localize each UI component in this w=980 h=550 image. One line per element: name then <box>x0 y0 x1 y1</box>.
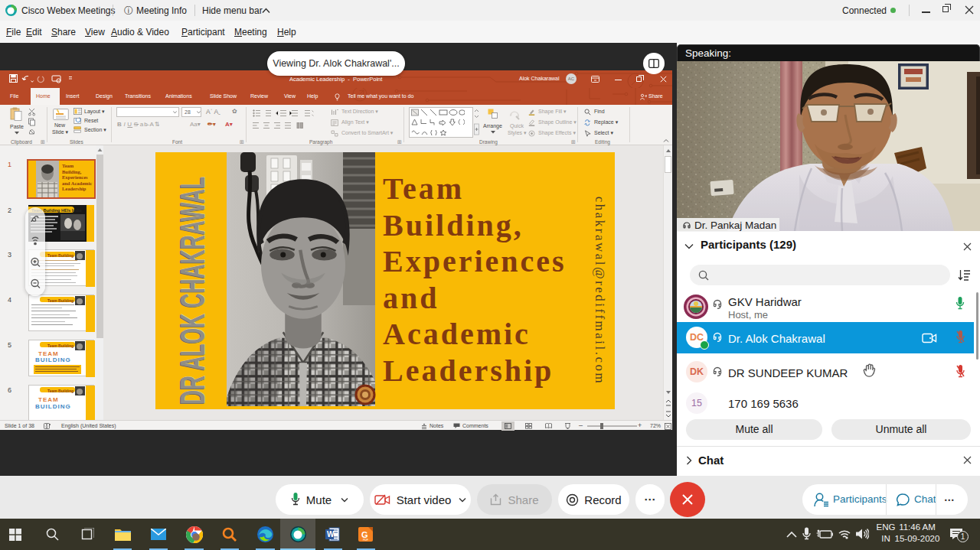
svg-text:PDF: PDF <box>363 539 368 542</box>
svg-text:W: W <box>327 530 335 539</box>
